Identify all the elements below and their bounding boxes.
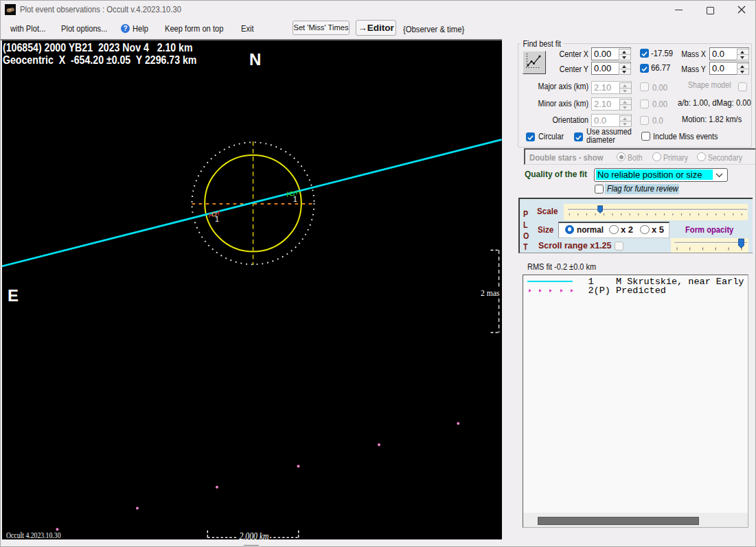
svg-text:1: 1 [293,195,297,203]
svg-text:1: 1 [215,215,219,223]
svg-text:2 mas: 2 mas [481,288,500,298]
svg-text:Occult 4.2023.10.30: Occult 4.2023.10.30 [6,531,61,539]
svg-text:2.000 km: 2.000 km [240,531,269,539]
